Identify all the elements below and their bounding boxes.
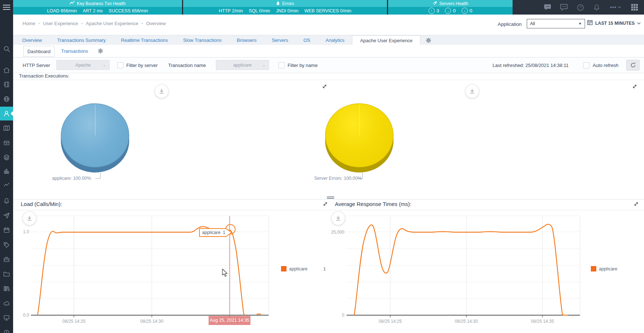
user-icon[interactable] (3, 110, 10, 117)
breadcrumb-item[interactable]: User Experience (43, 21, 78, 26)
load-chart-plot[interactable]: applicare 1 (31, 215, 270, 322)
breadcrumb-item[interactable]: Overview (146, 21, 166, 26)
notifications-bell-icon[interactable] (593, 4, 600, 11)
kpi-title: Key Business Txn Health (77, 1, 126, 6)
breadcrumb-row: Home• User Experience• Apache User Exper… (13, 15, 644, 35)
expand-chart-icon[interactable] (322, 84, 327, 89)
expand-chart-icon[interactable] (632, 84, 637, 89)
download-chart-button[interactable] (155, 84, 169, 98)
clock-icon[interactable] (3, 329, 10, 333)
tab-analytics[interactable]: Analytics (318, 35, 352, 45)
application-select[interactable]: All ▼ (527, 19, 585, 28)
pie-label-connector (362, 173, 363, 179)
x-axis-tick: 08/25 14:25 (56, 319, 92, 324)
expand-chart-icon[interactable] (633, 201, 639, 207)
transaction-name-label: Transaction name (168, 63, 206, 68)
crosshair-date-label: Aug 25, 2021 14:35 (209, 316, 250, 325)
y-axis-tick: 1.0 (15, 229, 29, 234)
tab-transactions-summary[interactable]: Transactions Summary (50, 35, 113, 45)
tab-servers[interactable]: Servers (264, 35, 296, 45)
filter-by-server-checkbox[interactable] (117, 62, 123, 68)
tab-realtime-transactions[interactable]: Realtime Transactions (113, 35, 175, 45)
pie-slice-divider (95, 105, 95, 135)
filter-by-name-checkbox[interactable] (278, 62, 285, 68)
time-range-value: LAST 15 MINUTES (595, 21, 635, 26)
apps-grid-icon[interactable] (631, 4, 638, 11)
hamburger-menu-icon[interactable] (0, 0, 13, 15)
download-chart-button[interactable] (331, 211, 345, 225)
servers-up-counter: ↑3 (428, 8, 439, 14)
more-menu-icon[interactable]: ••• (609, 4, 622, 11)
layers-icon[interactable] (3, 154, 10, 161)
y-axis-tick: 0.0 (15, 313, 29, 318)
breadcrumb-item[interactable]: Apache User Experience (86, 21, 138, 26)
help-icon[interactable]: ? (577, 4, 584, 11)
send-icon[interactable] (3, 212, 10, 219)
servers-idle-counter: →0 (445, 8, 456, 14)
tab-os[interactable]: OS (296, 35, 318, 45)
bar-chart-icon[interactable] (3, 167, 10, 175)
kpi-stat: LOAD 656/min (47, 8, 77, 13)
subtab-settings-gear-icon[interactable] (98, 48, 103, 55)
transaction-name-select[interactable]: applicare ⌄ (216, 60, 269, 70)
folder-icon[interactable] (3, 270, 10, 278)
chart-tooltip: applicare 1 (199, 229, 232, 237)
calendar-icon[interactable] (3, 226, 10, 234)
pie-label-connector (95, 178, 100, 179)
expand-chart-icon[interactable] (323, 201, 328, 207)
flame-icon (276, 1, 280, 7)
kpi-section-errors[interactable]: Errors HTTP 2/min SQL 0/min JNDI 0/min W… (183, 0, 387, 15)
kpi-section-business-txn[interactable]: Key Business Txn Health LOAD 656/min ART… (13, 0, 182, 15)
download-chart-button[interactable] (465, 84, 479, 98)
globe-icon[interactable] (3, 95, 10, 103)
cloud-icon[interactable] (3, 300, 10, 307)
tab-browsers[interactable]: Browsers (229, 35, 264, 45)
kpi-section-servers-health[interactable]: Servers Health ↑3 →0 ↓0 (388, 0, 513, 15)
top-health-bar: Key Business Txn Health LOAD 656/min ART… (0, 0, 644, 15)
journal-icon[interactable] (3, 81, 10, 88)
chat-outline-icon[interactable] (560, 4, 568, 11)
tooltip-series-name: applicare (202, 230, 221, 235)
tabs-settings-gear-icon[interactable] (426, 35, 431, 45)
auto-refresh-checkbox[interactable] (583, 62, 589, 68)
breadcrumb-item[interactable]: Home (23, 21, 35, 26)
app-screen: Key Business Txn Health LOAD 656/min ART… (0, 0, 644, 333)
legend-series-name[interactable]: applicare (599, 266, 617, 271)
rocket-icon (432, 1, 437, 7)
tab-slow-transactions[interactable]: Slow Transactions (175, 35, 229, 45)
legend-color-swatch[interactable] (591, 266, 596, 271)
y-axis-tick: 0 (330, 313, 344, 318)
application-label: Application (498, 21, 522, 27)
art-chart-plot[interactable] (347, 215, 581, 322)
bell-icon[interactable] (3, 197, 10, 205)
chat-filled-icon[interactable] (544, 4, 551, 11)
panel-splitter[interactable] (13, 199, 644, 199)
search-icon[interactable] (3, 45, 10, 52)
library-icon[interactable] (3, 285, 10, 292)
home-icon[interactable] (3, 67, 10, 74)
pie-slice-label: applicare: 100.00% (52, 176, 91, 181)
art-series-line (354, 224, 568, 315)
subtab-dashboard[interactable]: Dashboard (23, 46, 55, 57)
tab-apache-user-experience[interactable]: Apache User Experience (352, 35, 420, 45)
subtab-transactions[interactable]: Transactions (58, 46, 91, 56)
monitor-icon[interactable] (3, 314, 10, 321)
briefcase-icon[interactable] (3, 256, 10, 263)
dropdown-caret-icon: ▼ (578, 22, 585, 25)
tag-icon[interactable] (3, 241, 10, 249)
map-icon[interactable] (3, 124, 10, 132)
http-server-select[interactable]: Apache ⌄ (56, 60, 110, 70)
drawer-icon[interactable] (3, 139, 10, 146)
tab-overview[interactable]: Overview (15, 35, 50, 45)
load-chart-title: Load (Calls/Min): (21, 201, 62, 207)
left-sidebar (0, 15, 13, 333)
pie-slice-label: Server Errors: 100.00% (314, 176, 362, 181)
time-range-selector[interactable]: LAST 15 MINUTES (587, 20, 641, 27)
kpi-stat: SQL 0/min (249, 8, 270, 13)
http-server-select-value: Apache (75, 63, 91, 68)
refresh-button[interactable] (626, 60, 640, 71)
trend-line-icon[interactable] (3, 181, 10, 189)
legend-series-name[interactable]: applicare (289, 266, 308, 271)
legend-color-swatch[interactable] (281, 266, 287, 271)
splitter-grip[interactable] (327, 197, 334, 199)
